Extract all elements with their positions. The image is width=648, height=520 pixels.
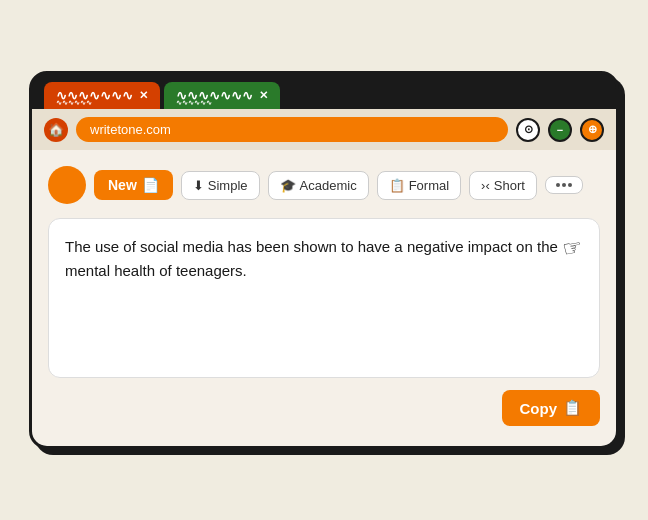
formal-label: Formal xyxy=(409,178,449,193)
formal-filter-btn[interactable]: 📋 Formal xyxy=(377,171,461,200)
green-nav-btn[interactable]: − xyxy=(548,118,572,142)
tab-2-close[interactable]: ✕ xyxy=(259,89,268,102)
academic-label: Academic xyxy=(300,178,357,193)
cursor-icon: ☞ xyxy=(561,233,585,262)
tab-2[interactable]: ∿∿∿∿∿∿∿ ✕ xyxy=(164,82,280,109)
tab-2-label: ∿∿∿∿∿∿∿ xyxy=(176,88,253,103)
bottom-bar: Copy 📋 xyxy=(48,390,600,426)
copy-button[interactable]: Copy 📋 xyxy=(502,390,601,426)
orange-nav-btn[interactable]: ⊕ xyxy=(580,118,604,142)
toolbar: New 📄 ⬇ Simple 🎓 Academic 📋 Formal ›‹ Sh… xyxy=(48,166,600,204)
circle-nav-btn[interactable]: ⊙ xyxy=(516,118,540,142)
dot-1 xyxy=(556,183,560,187)
simple-label: Simple xyxy=(208,178,248,193)
tab-1-close[interactable]: ✕ xyxy=(139,89,148,102)
academic-icon: 🎓 xyxy=(280,178,296,193)
home-icon[interactable]: 🏠 xyxy=(44,118,68,142)
new-icon: 📄 xyxy=(142,177,159,193)
new-button[interactable]: New 📄 xyxy=(94,170,173,200)
tab-bar: ∿∿∿∿∿∿∿ ✕ ∿∿∿∿∿∿∿ ✕ xyxy=(32,74,616,109)
main-content: New 📄 ⬇ Simple 🎓 Academic 📋 Formal ›‹ Sh… xyxy=(32,150,616,446)
address-bar-area: 🏠 writetone.com ⊙ − ⊕ xyxy=(32,109,616,150)
short-icon: ›‹ xyxy=(481,178,490,193)
copy-icon: 📋 xyxy=(563,399,582,417)
browser-window: ∿∿∿∿∿∿∿ ✕ ∿∿∿∿∿∿∿ ✕ 🏠 writetone.com ⊙ − … xyxy=(29,71,619,449)
dot-2 xyxy=(562,183,566,187)
dot-3 xyxy=(568,183,572,187)
simple-filter-btn[interactable]: ⬇ Simple xyxy=(181,171,260,200)
tab-1-label: ∿∿∿∿∿∿∿ xyxy=(56,88,133,103)
simple-icon: ⬇ xyxy=(193,178,204,193)
short-filter-btn[interactable]: ›‹ Short xyxy=(469,171,537,200)
tab-1[interactable]: ∿∿∿∿∿∿∿ ✕ xyxy=(44,82,160,109)
copy-label: Copy xyxy=(520,400,558,417)
text-content: The use of social media has been shown t… xyxy=(65,235,583,283)
formal-icon: 📋 xyxy=(389,178,405,193)
text-area-container[interactable]: The use of social media has been shown t… xyxy=(48,218,600,378)
more-options-btn[interactable] xyxy=(545,176,583,194)
academic-filter-btn[interactable]: 🎓 Academic xyxy=(268,171,369,200)
address-bar[interactable]: writetone.com xyxy=(76,117,508,142)
avatar xyxy=(48,166,86,204)
short-label: Short xyxy=(494,178,525,193)
new-label: New xyxy=(108,177,137,193)
